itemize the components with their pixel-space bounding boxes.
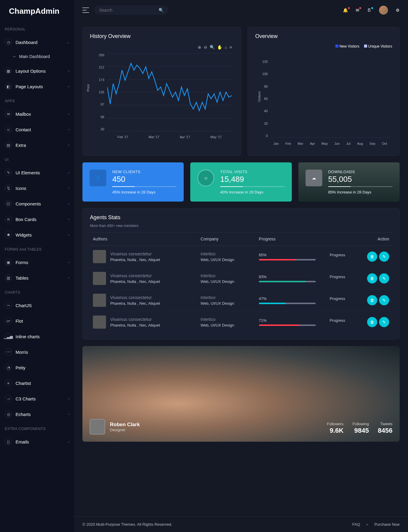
profile-avatar[interactable] [90, 419, 105, 435]
chevron-right-icon: › [68, 84, 69, 89]
progress-track [259, 303, 316, 304]
zoom-select-icon[interactable]: 🔍 [210, 45, 215, 50]
sidebar-item-mailbox[interactable]: ✉Mailbox› [0, 106, 74, 122]
search-icon[interactable]: 🔍 [159, 8, 164, 13]
chevron-right-icon: › [68, 69, 69, 73]
author-avatar [93, 315, 106, 329]
footer-faq-link[interactable]: FAQ [352, 522, 360, 527]
agents-table: Authors Company Progress Action Vivamus … [90, 232, 392, 333]
chevron-right-icon: › [68, 202, 69, 206]
mail-icon: ✉ [5, 110, 12, 118]
settings-icon[interactable]: ⚙ [396, 8, 400, 13]
col-authors: Authors [90, 232, 198, 246]
edit-button[interactable]: ✎ [379, 317, 389, 327]
overview-bars [270, 60, 390, 138]
search-box[interactable]: 🔍 [94, 5, 168, 15]
sidebar-item-layout-options[interactable]: ▦ Layout Options › [0, 63, 74, 79]
edit-button[interactable]: ✎ [379, 251, 389, 262]
history-title: History Overview [90, 33, 234, 39]
brand-logo[interactable]: ChampAdmin [0, 0, 74, 22]
stat-total-visits[interactable]: ☺ TOTAL VISITS 15,489 40% Increase in 28… [190, 162, 292, 202]
sidebar-subitem-main-dashboard[interactable]: → Main Dashboard [0, 50, 74, 63]
copyright: © 2020 Multi-Purpose Themes. All Rights … [82, 522, 172, 527]
menu-icon[interactable]: ≡ [229, 45, 232, 50]
sidebar-item-icons[interactable]: ⇅Icons› [0, 180, 74, 196]
sidebar-item-tables[interactable]: ▥Tables› [0, 270, 74, 286]
bar-chart-icon: ▁▃▅ [5, 333, 12, 340]
chevron-right-icon: › [68, 112, 69, 116]
sidebar-item-echarts[interactable]: ◎Echarts› [0, 406, 74, 422]
sidebar-item-chartjs[interactable]: ⤳ChartJS [0, 298, 74, 313]
home-icon[interactable]: ⌂ [225, 45, 227, 50]
sidebar-item-chartist[interactable]: ≡Chartist [0, 375, 74, 391]
sidebar-item-dashboard[interactable]: ◷ Dashboard ⌄ [0, 34, 74, 50]
footer-purchase-link[interactable]: Purchase Now [374, 522, 400, 527]
sidebar-item-ui-elements[interactable]: ✎UI Elements› [0, 165, 74, 180]
legend-swatch-unique [364, 45, 367, 48]
nav-section-forms: FORMS And TABLES [0, 243, 74, 254]
sidebar-item-forms[interactable]: ▣Forms› [0, 254, 74, 270]
overview-card: Overview New Visitors Unique Visitors Vi… [248, 27, 400, 156]
sidebar-item-peity[interactable]: ◔Peity [0, 360, 74, 375]
search-input[interactable] [99, 8, 159, 13]
cart-icon[interactable]: 🗓 [367, 8, 371, 13]
history-price-line [107, 53, 232, 131]
col-company: Company [198, 232, 256, 246]
chart-toolbar: ⊕ ⊖ 🔍 ✋ ⌂ ≡ [198, 45, 232, 50]
sidebar-item-flot[interactable]: ⭈Flot [0, 313, 74, 329]
table-icon: ▥ [5, 274, 12, 281]
agents-title: Agents Stats [90, 214, 392, 221]
zoom-out-icon[interactable]: ⊖ [204, 45, 207, 50]
wave-icon: 〰 [5, 348, 12, 356]
user-avatar[interactable] [379, 6, 388, 15]
profile-role: Designer [110, 428, 140, 432]
progress-track [259, 281, 316, 282]
zoom-in-icon[interactable]: ⊕ [198, 45, 201, 50]
sidebar-item-inline-charts[interactable]: ▁▃▅Inline charts [0, 329, 74, 344]
history-overview-card: History Overview ⊕ ⊖ 🔍 ✋ ⌂ ≡ Price 2502 [82, 27, 241, 156]
agents-stats-card: Agents Stats More than 400+ new members … [82, 208, 400, 339]
sliders-icon: ⇅ [5, 185, 12, 192]
sidebar-item-emails[interactable]: ⌼Emails› [0, 434, 74, 449]
stat-new-clients[interactable]: 👤 NEW CLIENTS 450 45% Increase in 28 Day… [82, 162, 184, 202]
chevron-right-icon: › [68, 276, 69, 280]
edit-icon: ✎ [5, 169, 12, 176]
progress-label: Progress [330, 296, 345, 301]
notifications-icon[interactable]: 🔔 [343, 8, 348, 13]
edit-button[interactable]: ✎ [379, 295, 389, 305]
sidebar: ChampAdmin PERSONAL ◷ Dashboard ⌄ → Main… [0, 0, 74, 532]
delete-button[interactable]: 🗑 [367, 317, 377, 327]
sidebar-item-c3-charts[interactable]: ⤻C3 Charts› [0, 391, 74, 406]
author-name: Vivamus consectetur [110, 295, 160, 300]
company-name: Intertico [201, 317, 253, 322]
stat-downloads[interactable]: ☁ DOWNLOADS 55,005 85% Increase in 28 Da… [298, 162, 400, 202]
messages-icon[interactable]: ✉ [356, 8, 359, 13]
smile-icon: ☺ [197, 170, 214, 186]
sidebar-item-box-cards[interactable]: ⧈Box Cards› [0, 211, 74, 227]
nav-section-apps: APPS [0, 94, 74, 106]
user-icon: ☺ [5, 126, 12, 133]
overview-legend: New Visitors Unique Visitors [255, 44, 392, 48]
author-name: Vivamus consectetur [110, 251, 160, 256]
sidebar-item-page-layouts[interactable]: ◧ Page Layouts › [0, 79, 74, 94]
delete-button[interactable]: 🗑 [367, 251, 377, 262]
history-y-ticks: 250212173135975820 [96, 53, 104, 131]
progress-label: Progress [330, 318, 345, 323]
sidebar-item-contact[interactable]: ☺Contact› [0, 122, 74, 137]
edit-button[interactable]: ✎ [379, 273, 389, 283]
sidebar-item-components[interactable]: ☑Components› [0, 196, 74, 211]
pan-icon[interactable]: ✋ [217, 45, 222, 50]
sidebar-item-morris[interactable]: 〰Morris [0, 344, 74, 360]
line-chart-icon: ⤳ [5, 302, 12, 309]
delete-button[interactable]: 🗑 [367, 295, 377, 305]
box-icon: ⧈ [5, 216, 12, 223]
author-meta: Pharetra, Nulla , Nec, Aliquet [110, 323, 160, 327]
sidebar-item-widgets[interactable]: ✱Widgets› [0, 227, 74, 243]
menu-toggle-icon[interactable] [82, 7, 89, 13]
company-name: Intertico [201, 251, 253, 256]
delete-button[interactable]: 🗑 [367, 273, 377, 283]
chevron-right-icon: › [68, 233, 69, 237]
chevron-right-icon: › [68, 260, 69, 264]
sidebar-item-extra[interactable]: ▤Extra› [0, 137, 74, 153]
company-name: Intertico [201, 273, 253, 278]
